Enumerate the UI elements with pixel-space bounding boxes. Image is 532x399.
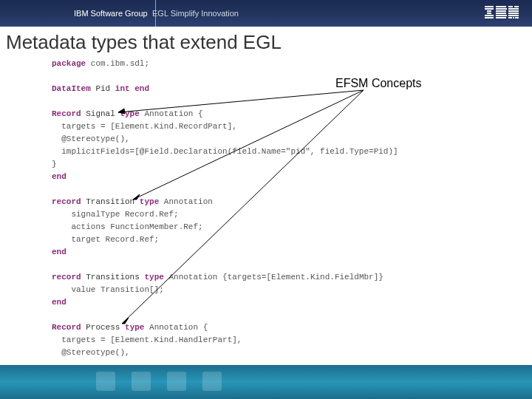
slide-title: Metadata types that extend EGL [6, 31, 282, 54]
code-text: targets = [Element.Kind.HandlerPart], [52, 335, 242, 344]
code-text: @Stereotype(), [52, 348, 130, 357]
code-text: Annotation {targets=[Element.Kind.FieldM… [164, 273, 383, 282]
svg-rect-21 [508, 17, 512, 18]
svg-rect-9 [496, 13, 506, 14]
code-text: Annotation { [144, 323, 208, 332]
svg-rect-14 [508, 8, 514, 10]
code-keyword: end [52, 248, 66, 256]
code-text: value Transition[]; [52, 285, 164, 294]
svg-rect-10 [496, 15, 507, 16]
svg-rect-23 [515, 17, 519, 18]
code-text: @Stereotype(), [52, 134, 130, 143]
code-text: implicitFields=[@Field.Declaration(field… [52, 147, 398, 156]
code-text: Annotation { [140, 109, 203, 118]
svg-rect-11 [496, 17, 506, 18]
code-text: } [52, 160, 57, 168]
footer-icon [96, 372, 115, 391]
code-keyword: Record [52, 109, 81, 118]
svg-rect-16 [508, 10, 519, 12]
code-keyword: record [52, 197, 81, 206]
svg-rect-15 [514, 8, 519, 10]
code-keyword: DataItem [52, 84, 91, 93]
svg-rect-2 [487, 10, 491, 12]
svg-rect-5 [485, 17, 494, 18]
code-text: actions FunctionMember.Ref; [52, 222, 203, 231]
code-keyword: Record [52, 323, 81, 332]
code-keyword: int end [115, 84, 149, 93]
svg-rect-6 [496, 6, 506, 7]
slide-header: IBM Software Group EGL Simplify Innovati… [0, 0, 532, 27]
svg-rect-17 [508, 13, 519, 14]
code-keyword: type [120, 109, 139, 118]
svg-rect-12 [508, 6, 513, 7]
code-text: Transition [81, 197, 140, 206]
svg-rect-22 [513, 17, 514, 18]
code-text: com.ibm.sdl; [86, 59, 149, 68]
footer-icon [202, 372, 222, 391]
code-text: Pid [91, 84, 115, 93]
header-group-label: IBM Software Group [66, 0, 156, 27]
code-text: Annotation [159, 197, 213, 206]
footer-icon [132, 372, 151, 391]
header-tagline: EGL Simplify Innovation [148, 0, 239, 27]
code-keyword: end [52, 298, 66, 307]
code-keyword: record [52, 273, 81, 282]
callout-label: EFSM Concepts [335, 77, 421, 90]
code-text: targets = [Element.Kind.RecordPart], [52, 122, 237, 131]
code-text: Transitions [81, 273, 145, 282]
code-text: Signal [81, 109, 120, 118]
svg-rect-3 [487, 13, 491, 14]
code-keyword: type [140, 197, 159, 206]
code-text: target Record.Ref; [52, 235, 159, 244]
code-keyword: end [52, 172, 66, 181]
ibm-logo [485, 6, 519, 19]
code-text: signalType Record.Ref; [52, 210, 179, 219]
code-keyword: type [144, 273, 163, 282]
svg-rect-18 [508, 15, 512, 16]
svg-rect-4 [485, 15, 494, 16]
svg-rect-8 [496, 10, 506, 12]
svg-rect-19 [512, 15, 515, 16]
svg-rect-13 [514, 6, 519, 7]
svg-rect-20 [515, 15, 519, 16]
code-keyword: package [52, 59, 86, 68]
footer-icon-row [96, 372, 222, 391]
code-keyword: type [125, 323, 144, 332]
slide-footer [0, 365, 532, 399]
footer-icon [167, 372, 186, 391]
code-text: Process [81, 323, 125, 332]
svg-rect-0 [485, 6, 494, 7]
code-block: package com.ibm.sdl; DataItem Pid int en… [52, 58, 398, 399]
svg-rect-7 [496, 8, 507, 10]
svg-rect-1 [485, 8, 494, 10]
